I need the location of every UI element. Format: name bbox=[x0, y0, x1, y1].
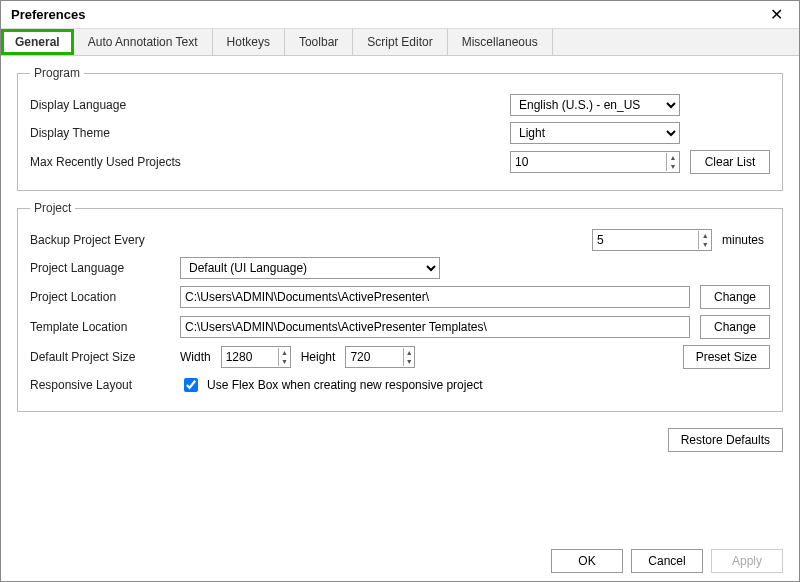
project-language-select[interactable]: Default (UI Language) bbox=[180, 257, 440, 279]
responsive-layout-label: Responsive Layout bbox=[30, 378, 170, 392]
responsive-checkbox-label[interactable]: Use Flex Box when creating new responsiv… bbox=[180, 375, 482, 395]
titlebar: Preferences ✕ bbox=[1, 1, 799, 29]
chevron-up-icon[interactable]: ▲ bbox=[699, 231, 711, 240]
restore-defaults-button[interactable]: Restore Defaults bbox=[668, 428, 783, 452]
tab-general[interactable]: General bbox=[1, 29, 74, 55]
template-location-change-button[interactable]: Change bbox=[700, 315, 770, 339]
chevron-up-icon[interactable]: ▲ bbox=[404, 348, 415, 357]
project-location-input[interactable] bbox=[180, 286, 690, 308]
chevron-down-icon[interactable]: ▼ bbox=[667, 162, 679, 171]
window-title: Preferences bbox=[11, 7, 85, 22]
height-label: Height bbox=[301, 350, 336, 364]
backup-input[interactable] bbox=[593, 230, 698, 250]
backup-unit: minutes bbox=[722, 233, 770, 247]
tab-auto-annotation[interactable]: Auto Annotation Text bbox=[74, 29, 213, 55]
chevron-up-icon[interactable]: ▲ bbox=[279, 348, 290, 357]
default-size-label: Default Project Size bbox=[30, 350, 170, 364]
program-group: Program Display Language English (U.S.) … bbox=[17, 66, 783, 191]
responsive-checkbox[interactable] bbox=[184, 378, 198, 392]
responsive-checkbox-text: Use Flex Box when creating new responsiv… bbox=[207, 378, 482, 392]
display-language-label: Display Language bbox=[30, 98, 200, 112]
chevron-down-icon[interactable]: ▼ bbox=[699, 240, 711, 249]
height-stepper[interactable]: ▲▼ bbox=[345, 346, 415, 368]
project-language-label: Project Language bbox=[30, 261, 170, 275]
template-location-label: Template Location bbox=[30, 320, 170, 334]
display-theme-label: Display Theme bbox=[30, 126, 200, 140]
max-recent-label: Max Recently Used Projects bbox=[30, 155, 200, 169]
tab-bar: General Auto Annotation Text Hotkeys Too… bbox=[1, 29, 799, 56]
display-language-select[interactable]: English (U.S.) - en_US bbox=[510, 94, 680, 116]
chevron-down-icon[interactable]: ▼ bbox=[404, 357, 415, 366]
chevron-down-icon[interactable]: ▼ bbox=[279, 357, 290, 366]
tab-miscellaneous[interactable]: Miscellaneous bbox=[448, 29, 553, 55]
project-location-label: Project Location bbox=[30, 290, 170, 304]
backup-stepper[interactable]: ▲▼ bbox=[592, 229, 712, 251]
tab-toolbar[interactable]: Toolbar bbox=[285, 29, 353, 55]
max-recent-stepper[interactable]: ▲▼ bbox=[510, 151, 680, 173]
content-area: Program Display Language English (U.S.) … bbox=[1, 56, 799, 452]
apply-button[interactable]: Apply bbox=[711, 549, 783, 573]
tab-hotkeys[interactable]: Hotkeys bbox=[213, 29, 285, 55]
max-recent-input[interactable] bbox=[511, 152, 666, 172]
height-input[interactable] bbox=[346, 347, 403, 367]
cancel-button[interactable]: Cancel bbox=[631, 549, 703, 573]
program-legend: Program bbox=[30, 66, 84, 80]
preset-size-button[interactable]: Preset Size bbox=[683, 345, 770, 369]
ok-button[interactable]: OK bbox=[551, 549, 623, 573]
close-icon[interactable]: ✕ bbox=[764, 3, 789, 26]
tab-script-editor[interactable]: Script Editor bbox=[353, 29, 447, 55]
width-input[interactable] bbox=[222, 347, 279, 367]
template-location-input[interactable] bbox=[180, 316, 690, 338]
width-label: Width bbox=[180, 350, 211, 364]
width-stepper[interactable]: ▲▼ bbox=[221, 346, 291, 368]
clear-list-button[interactable]: Clear List bbox=[690, 150, 770, 174]
project-legend: Project bbox=[30, 201, 75, 215]
dialog-footer: OK Cancel Apply bbox=[551, 549, 783, 573]
project-group: Project Backup Project Every ▲▼ minutes … bbox=[17, 201, 783, 412]
backup-label: Backup Project Every bbox=[30, 233, 170, 247]
display-theme-select[interactable]: Light bbox=[510, 122, 680, 144]
project-location-change-button[interactable]: Change bbox=[700, 285, 770, 309]
chevron-up-icon[interactable]: ▲ bbox=[667, 153, 679, 162]
preferences-window: Preferences ✕ General Auto Annotation Te… bbox=[0, 0, 800, 582]
